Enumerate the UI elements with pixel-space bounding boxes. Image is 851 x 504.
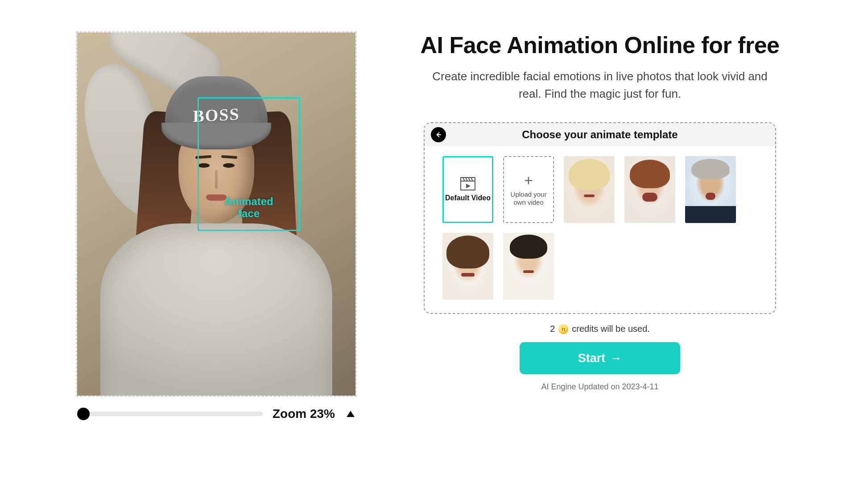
- zoom-slider[interactable]: [78, 412, 263, 416]
- template-default-video[interactable]: Default Video: [442, 156, 493, 223]
- template-grid: Default Video + Upload your own video: [425, 146, 775, 300]
- template-sample-3[interactable]: [685, 156, 736, 223]
- template-sample-1[interactable]: [564, 156, 615, 223]
- uploaded-photo: BOSS Animated face: [77, 33, 355, 396]
- template-default-label: Default Video: [445, 194, 491, 202]
- app-root: BOSS Animated face Zoom 23% AI Face Anim…: [0, 0, 851, 504]
- template-sample-2[interactable]: [624, 156, 675, 223]
- zoom-label: Zoom 23%: [273, 407, 335, 421]
- arrow-right-icon: [610, 351, 622, 365]
- zoom-caret-up-icon[interactable]: [347, 411, 355, 417]
- template-panel-header: Choose your animate template: [425, 123, 775, 146]
- editor-column: BOSS Animated face Zoom 23%: [71, 31, 361, 504]
- template-upload-label: Upload your own video: [504, 190, 553, 207]
- start-button[interactable]: Start: [520, 342, 680, 374]
- credits-count: 2: [550, 324, 555, 334]
- back-button[interactable]: [431, 127, 446, 142]
- credits-suffix: credits will be used.: [572, 324, 650, 334]
- template-sample-5[interactable]: [503, 233, 554, 300]
- arrow-left-icon: [435, 131, 442, 138]
- template-sample-4[interactable]: [442, 233, 493, 300]
- start-button-label: Start: [578, 351, 606, 365]
- coin-icon: n: [558, 324, 568, 334]
- zoom-slider-thumb[interactable]: [77, 408, 90, 420]
- film-clapper-icon: [460, 177, 475, 190]
- plus-icon: +: [524, 173, 533, 188]
- beanie: BOSS: [165, 76, 268, 143]
- credits-note: 2 n credits will be used.: [550, 324, 650, 334]
- page-subtitle: Create incredible facial emotions in liv…: [424, 68, 776, 103]
- zoom-control: Zoom 23%: [78, 407, 355, 421]
- subject-illustration: BOSS: [123, 76, 310, 388]
- template-panel: Choose your animate template Default Vid…: [424, 122, 776, 314]
- page-title: AI Face Animation Online for free: [420, 31, 779, 59]
- controls-column: AI Face Animation Online for free Create…: [415, 31, 785, 504]
- beanie-text: BOSS: [193, 104, 240, 126]
- engine-updated-note: AI Engine Updated on 2023-4-11: [541, 382, 658, 392]
- template-upload-own[interactable]: + Upload your own video: [503, 156, 554, 223]
- image-canvas[interactable]: BOSS Animated face: [76, 31, 357, 397]
- template-panel-title: Choose your animate template: [522, 128, 677, 141]
